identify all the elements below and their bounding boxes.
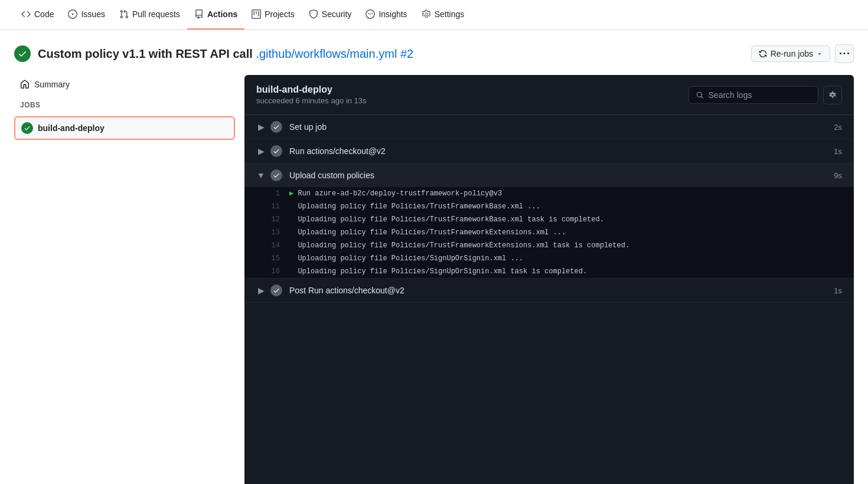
log-line-11[interactable]: 11 Uploading policy file Policies/TrustF… bbox=[244, 200, 854, 213]
chevron-right-icon-3: ▶ bbox=[256, 286, 266, 295]
line-number-13: 13 bbox=[256, 227, 280, 238]
log-line-15[interactable]: 15 Uploading policy file Policies/SignUp… bbox=[244, 252, 854, 265]
log-steps-container: ▶ Set up job 2s ▶ Run bbox=[244, 115, 854, 484]
actions-icon bbox=[194, 9, 204, 19]
workflow-title-row: Custom policy v1.1 with REST API call .g… bbox=[14, 45, 413, 62]
step-check-icon-4 bbox=[270, 284, 282, 296]
nav-label-actions: Actions bbox=[207, 9, 237, 19]
workflow-title-text: Custom policy v1.1 with REST API call bbox=[38, 47, 253, 60]
log-line-16[interactable]: 16 Uploading policy file Policies/SignUp… bbox=[244, 265, 854, 278]
nav-item-projects[interactable]: Projects bbox=[244, 0, 302, 30]
pull-requests-icon bbox=[119, 9, 129, 19]
line-content-15: Uploading policy file Policies/SignUpOrS… bbox=[289, 253, 523, 264]
nav-item-insights[interactable]: Insights bbox=[358, 0, 414, 30]
nav-label-security: Security bbox=[322, 9, 352, 19]
workflow-header: Custom policy v1.1 with REST API call .g… bbox=[14, 44, 854, 63]
step-duration-post-run-checkout: 1s bbox=[834, 286, 842, 295]
log-step-setup-job: ▶ Set up job 2s bbox=[244, 115, 854, 139]
workflow-actions-bar: Re-run jobs bbox=[751, 44, 854, 63]
line-number-1: 1 bbox=[256, 188, 280, 200]
line-content-16: Uploading policy file Policies/SignUpOrS… bbox=[289, 266, 587, 277]
nav-item-settings[interactable]: Settings bbox=[415, 0, 472, 30]
nav-item-issues[interactable]: Issues bbox=[61, 0, 112, 30]
job-status-success-icon bbox=[21, 122, 33, 134]
log-step-setup-job-header[interactable]: ▶ Set up job 2s bbox=[244, 115, 854, 139]
nav-label-issues: Issues bbox=[81, 9, 105, 19]
nav-label-pull-requests: Pull requests bbox=[132, 9, 180, 19]
security-icon bbox=[309, 9, 318, 19]
line-number-12: 12 bbox=[256, 214, 280, 225]
log-step-upload-policies-header[interactable]: ▼ Upload custom policies 9s bbox=[244, 163, 854, 187]
settings-icon bbox=[422, 9, 431, 19]
chevron-right-icon-2: ▶ bbox=[256, 146, 266, 156]
issues-icon bbox=[68, 9, 77, 19]
line-content-14: Uploading policy file Policies/TrustFram… bbox=[289, 240, 629, 251]
step-check-icon bbox=[270, 121, 282, 133]
step-duration-setup-job: 2s bbox=[834, 123, 842, 132]
log-line-12[interactable]: 12 Uploading policy file Policies/TrustF… bbox=[244, 213, 854, 226]
log-job-name: build-and-deploy bbox=[256, 84, 366, 95]
log-line-14[interactable]: 14 Uploading policy file Policies/TrustF… bbox=[244, 239, 854, 252]
line-content-1: ▶ Run azure-ad-b2c/deploy-trustframework… bbox=[289, 188, 502, 200]
sidebar-jobs-section-label: Jobs bbox=[14, 99, 235, 112]
search-logs-input[interactable] bbox=[709, 90, 811, 100]
search-icon bbox=[696, 91, 704, 99]
sidebar-job-item-build-and-deploy[interactable]: build-and-deploy bbox=[14, 116, 235, 140]
log-step-run-checkout-header[interactable]: ▶ Run actions/checkout@v2 1s bbox=[244, 139, 854, 163]
step-name-post-run-checkout: Post Run actions/checkout@v2 bbox=[289, 286, 834, 295]
log-line-13[interactable]: 13 Uploading policy file Policies/TrustF… bbox=[244, 226, 854, 239]
sidebar-summary-label: Summary bbox=[34, 80, 70, 89]
log-header: build-and-deploy succeeded 6 minutes ago… bbox=[244, 75, 854, 115]
step-name-run-checkout: Run actions/checkout@v2 bbox=[289, 146, 834, 156]
sidebar: Summary Jobs build-and-deploy bbox=[14, 75, 244, 484]
projects-icon bbox=[252, 9, 261, 19]
insights-icon bbox=[366, 9, 375, 19]
log-step-post-run-checkout: ▶ Post Run actions/checkout@v2 1s bbox=[244, 279, 854, 303]
step-name-upload-policies: Upload custom policies bbox=[289, 171, 834, 180]
workflow-status-icon bbox=[14, 45, 31, 62]
line-number-11: 11 bbox=[256, 201, 280, 212]
log-lines-upload-policies: 1 ▶ Run azure-ad-b2c/deploy-trustframewo… bbox=[244, 187, 854, 278]
sidebar-job-label: build-and-deploy bbox=[38, 123, 105, 133]
log-search-container bbox=[688, 86, 842, 104]
workflow-filename: .github/workflows/main.yml #2 bbox=[256, 47, 413, 60]
log-search-input-wrapper[interactable] bbox=[688, 86, 818, 104]
log-line-1[interactable]: 1 ▶ Run azure-ad-b2c/deploy-trustframewo… bbox=[244, 187, 854, 200]
line-content-11: Uploading policy file Policies/TrustFram… bbox=[289, 201, 540, 212]
line-content-13: Uploading policy file Policies/TrustFram… bbox=[289, 227, 566, 238]
nav-label-insights: Insights bbox=[378, 9, 407, 19]
log-panel: build-and-deploy succeeded 6 minutes ago… bbox=[244, 75, 854, 484]
step-check-icon-2 bbox=[270, 145, 282, 157]
line-number-15: 15 bbox=[256, 253, 280, 264]
chevron-down-icon: ▼ bbox=[256, 171, 266, 180]
nav-label-projects: Projects bbox=[265, 9, 295, 19]
log-job-status: succeeded 6 minutes ago in 13s bbox=[256, 96, 366, 105]
log-step-upload-policies: ▼ Upload custom policies 9s 1 ▶ Run azur… bbox=[244, 163, 854, 279]
rerun-jobs-button[interactable]: Re-run jobs bbox=[751, 45, 830, 62]
log-settings-button[interactable] bbox=[823, 86, 842, 104]
workflow-title: Custom policy v1.1 with REST API call .g… bbox=[38, 47, 413, 61]
sidebar-summary-item[interactable]: Summary bbox=[14, 75, 235, 94]
chevron-right-icon: ▶ bbox=[256, 122, 266, 132]
line-number-16: 16 bbox=[256, 266, 280, 277]
code-icon bbox=[21, 9, 31, 19]
nav-label-settings: Settings bbox=[435, 9, 465, 19]
main-layout: Summary Jobs build-and-deploy build-and-… bbox=[14, 75, 854, 484]
nav-item-actions[interactable]: Actions bbox=[187, 0, 244, 30]
line-text-1: Run azure-ad-b2c/deploy-trustframework-p… bbox=[293, 189, 502, 198]
step-check-icon-3 bbox=[270, 169, 282, 181]
step-duration-upload-policies: 9s bbox=[834, 171, 842, 180]
log-step-post-run-checkout-header[interactable]: ▶ Post Run actions/checkout@v2 1s bbox=[244, 279, 854, 302]
nav-item-security[interactable]: Security bbox=[302, 0, 359, 30]
nav-item-code[interactable]: Code bbox=[14, 0, 61, 30]
nav-item-pull-requests[interactable]: Pull requests bbox=[112, 0, 187, 30]
more-options-button[interactable] bbox=[835, 44, 854, 63]
gear-icon bbox=[828, 90, 837, 100]
page-content: Custom policy v1.1 with REST API call .g… bbox=[0, 30, 868, 484]
rerun-label: Re-run jobs bbox=[771, 49, 813, 58]
nav-label-code: Code bbox=[34, 9, 54, 19]
line-content-12: Uploading policy file Policies/TrustFram… bbox=[289, 214, 604, 225]
log-step-run-checkout: ▶ Run actions/checkout@v2 1s bbox=[244, 139, 854, 163]
line-number-14: 14 bbox=[256, 240, 280, 251]
step-duration-run-checkout: 1s bbox=[834, 147, 842, 156]
